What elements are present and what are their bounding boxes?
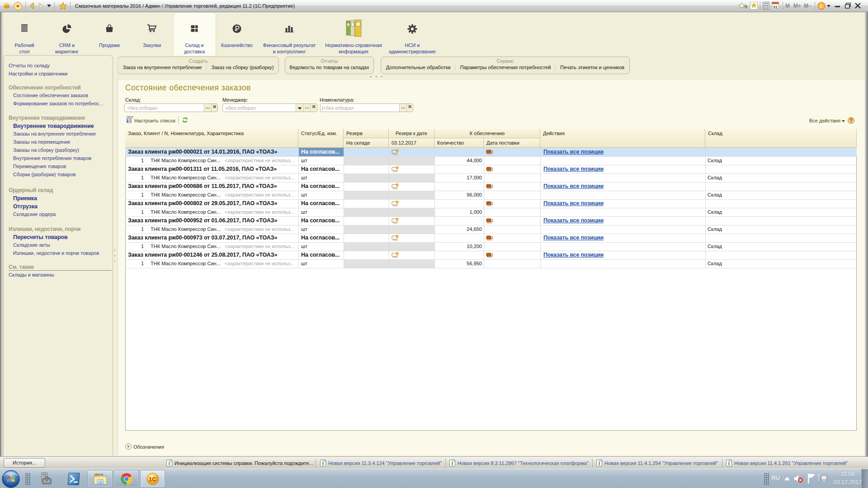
svg-text:1C: 1C [5, 5, 9, 9]
svg-text:?: ? [849, 117, 852, 123]
svg-text:1С: 1С [149, 476, 156, 483]
svg-text:31: 31 [773, 5, 778, 9]
svg-text:i: i [821, 3, 822, 9]
